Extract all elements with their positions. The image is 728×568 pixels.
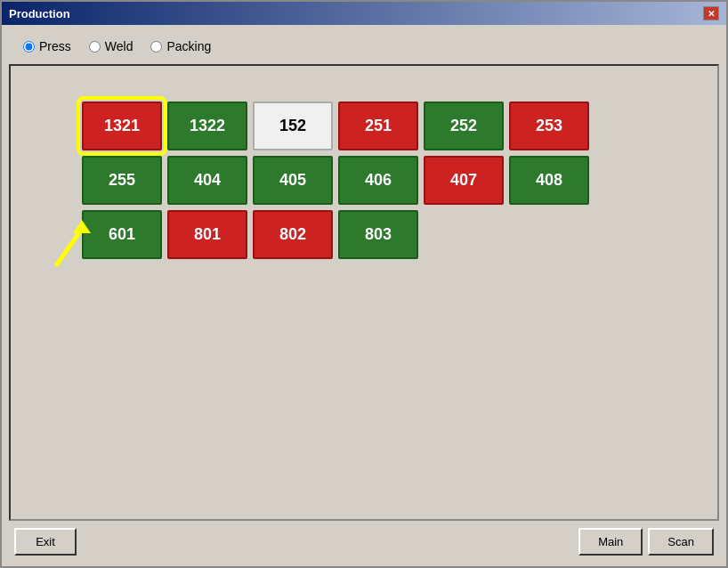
radio-weld-input[interactable]: [89, 41, 101, 53]
radio-packing[interactable]: Packing: [150, 39, 211, 53]
footer-right-buttons: Main Scan: [578, 528, 714, 556]
grid-row-2: 255 404 405 406 407 408: [82, 156, 682, 205]
grid-container: 1321 1322 152 251 252 253 255 404 405 40…: [28, 84, 700, 282]
cell-1322[interactable]: 1322: [167, 101, 247, 150]
cell-252[interactable]: 252: [424, 101, 504, 150]
cell-251[interactable]: 251: [338, 101, 418, 150]
cell-405[interactable]: 405: [253, 156, 333, 205]
cell-803[interactable]: 803: [338, 210, 418, 259]
title-bar: Production ✕: [2, 2, 726, 25]
scan-button[interactable]: Scan: [648, 528, 714, 556]
radio-press[interactable]: Press: [23, 39, 71, 53]
radio-press-label: Press: [39, 39, 71, 53]
cell-601[interactable]: 601: [82, 210, 162, 259]
radio-group: Press Weld Packing: [9, 32, 719, 61]
svg-marker-1: [73, 220, 91, 233]
cell-801[interactable]: 801: [167, 210, 247, 259]
close-button[interactable]: ✕: [703, 6, 719, 20]
radio-weld[interactable]: Weld: [89, 39, 133, 53]
arrow-indicator: [48, 215, 93, 272]
radio-press-input[interactable]: [23, 41, 35, 53]
main-button[interactable]: Main: [578, 528, 643, 556]
radio-packing-label: Packing: [166, 39, 211, 53]
main-window: Production ✕ Press Weld Packing: [0, 0, 728, 568]
cell-802[interactable]: 802: [253, 210, 333, 259]
radio-weld-label: Weld: [105, 39, 133, 53]
cell-253[interactable]: 253: [509, 101, 589, 150]
title-bar-buttons: ✕: [703, 6, 719, 20]
main-panel: 1321 1322 152 251 252 253 255 404 405 40…: [9, 64, 719, 521]
svg-line-0: [57, 229, 82, 264]
cell-255[interactable]: 255: [82, 156, 162, 205]
radio-packing-input[interactable]: [150, 41, 162, 53]
cell-152[interactable]: 152: [253, 101, 333, 150]
grid-row-3: 601 801 802 803: [82, 210, 682, 259]
window-title: Production: [9, 7, 70, 20]
grid-row-1: 1321 1322 152 251 252 253: [82, 101, 682, 150]
cell-1321[interactable]: 1321: [82, 101, 162, 150]
cell-404[interactable]: 404: [167, 156, 247, 205]
cell-406[interactable]: 406: [338, 156, 418, 205]
cell-408[interactable]: 408: [509, 156, 589, 205]
footer: Exit Main Scan: [9, 521, 719, 559]
exit-button[interactable]: Exit: [14, 528, 77, 556]
cell-407[interactable]: 407: [424, 156, 504, 205]
content-area: Press Weld Packing: [2, 25, 726, 566]
